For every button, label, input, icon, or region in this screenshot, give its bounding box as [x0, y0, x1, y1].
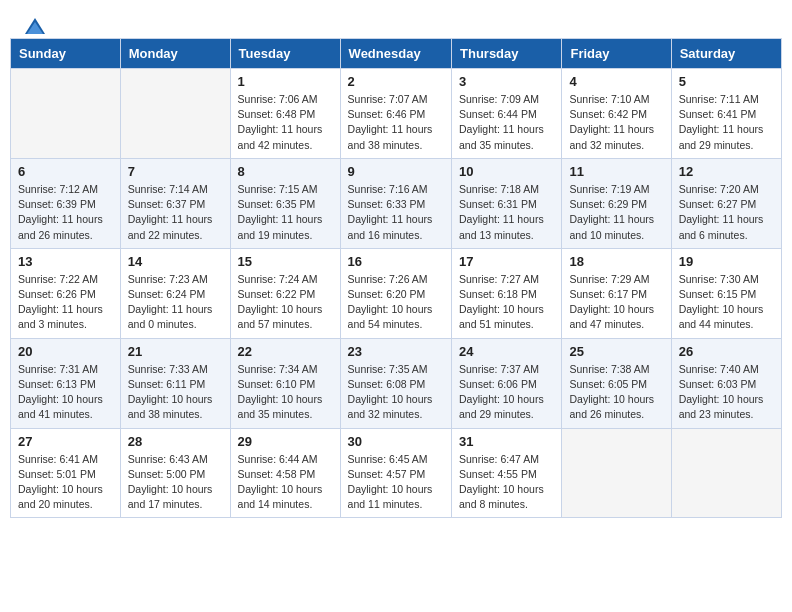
day-number: 27 — [18, 434, 113, 449]
day-number: 1 — [238, 74, 333, 89]
calendar-cell — [11, 69, 121, 159]
week-row-2: 13Sunrise: 7:22 AM Sunset: 6:26 PM Dayli… — [11, 248, 782, 338]
day-number: 19 — [679, 254, 774, 269]
calendar-table: SundayMondayTuesdayWednesdayThursdayFrid… — [10, 38, 782, 518]
calendar-cell — [562, 428, 671, 518]
day-number: 20 — [18, 344, 113, 359]
calendar-cell: 14Sunrise: 7:23 AM Sunset: 6:24 PM Dayli… — [120, 248, 230, 338]
calendar-body: 1Sunrise: 7:06 AM Sunset: 6:48 PM Daylig… — [11, 69, 782, 518]
day-number: 6 — [18, 164, 113, 179]
day-detail: Sunrise: 6:43 AM Sunset: 5:00 PM Dayligh… — [128, 452, 223, 513]
calendar-cell: 16Sunrise: 7:26 AM Sunset: 6:20 PM Dayli… — [340, 248, 451, 338]
day-detail: Sunrise: 7:35 AM Sunset: 6:08 PM Dayligh… — [348, 362, 444, 423]
calendar-cell: 24Sunrise: 7:37 AM Sunset: 6:06 PM Dayli… — [452, 338, 562, 428]
day-number: 7 — [128, 164, 223, 179]
day-header-sunday: Sunday — [11, 39, 121, 69]
calendar-cell: 4Sunrise: 7:10 AM Sunset: 6:42 PM Daylig… — [562, 69, 671, 159]
calendar-cell — [120, 69, 230, 159]
week-row-4: 27Sunrise: 6:41 AM Sunset: 5:01 PM Dayli… — [11, 428, 782, 518]
calendar-cell: 12Sunrise: 7:20 AM Sunset: 6:27 PM Dayli… — [671, 158, 781, 248]
calendar-cell: 2Sunrise: 7:07 AM Sunset: 6:46 PM Daylig… — [340, 69, 451, 159]
day-number: 31 — [459, 434, 554, 449]
day-number: 2 — [348, 74, 444, 89]
day-detail: Sunrise: 7:19 AM Sunset: 6:29 PM Dayligh… — [569, 182, 663, 243]
day-detail: Sunrise: 6:41 AM Sunset: 5:01 PM Dayligh… — [18, 452, 113, 513]
day-number: 15 — [238, 254, 333, 269]
day-detail: Sunrise: 7:26 AM Sunset: 6:20 PM Dayligh… — [348, 272, 444, 333]
calendar-cell: 20Sunrise: 7:31 AM Sunset: 6:13 PM Dayli… — [11, 338, 121, 428]
day-header-saturday: Saturday — [671, 39, 781, 69]
day-number: 10 — [459, 164, 554, 179]
calendar-cell: 15Sunrise: 7:24 AM Sunset: 6:22 PM Dayli… — [230, 248, 340, 338]
day-detail: Sunrise: 7:18 AM Sunset: 6:31 PM Dayligh… — [459, 182, 554, 243]
day-detail: Sunrise: 7:31 AM Sunset: 6:13 PM Dayligh… — [18, 362, 113, 423]
day-detail: Sunrise: 6:45 AM Sunset: 4:57 PM Dayligh… — [348, 452, 444, 513]
calendar-cell: 22Sunrise: 7:34 AM Sunset: 6:10 PM Dayli… — [230, 338, 340, 428]
day-number: 13 — [18, 254, 113, 269]
calendar-cell: 7Sunrise: 7:14 AM Sunset: 6:37 PM Daylig… — [120, 158, 230, 248]
logo — [24, 18, 46, 30]
day-number: 25 — [569, 344, 663, 359]
day-detail: Sunrise: 7:27 AM Sunset: 6:18 PM Dayligh… — [459, 272, 554, 333]
day-number: 3 — [459, 74, 554, 89]
day-number: 9 — [348, 164, 444, 179]
day-detail: Sunrise: 7:12 AM Sunset: 6:39 PM Dayligh… — [18, 182, 113, 243]
calendar-cell: 19Sunrise: 7:30 AM Sunset: 6:15 PM Dayli… — [671, 248, 781, 338]
calendar-cell: 30Sunrise: 6:45 AM Sunset: 4:57 PM Dayli… — [340, 428, 451, 518]
day-detail: Sunrise: 7:40 AM Sunset: 6:03 PM Dayligh… — [679, 362, 774, 423]
day-header-monday: Monday — [120, 39, 230, 69]
calendar-cell: 23Sunrise: 7:35 AM Sunset: 6:08 PM Dayli… — [340, 338, 451, 428]
calendar-cell: 6Sunrise: 7:12 AM Sunset: 6:39 PM Daylig… — [11, 158, 121, 248]
day-header-thursday: Thursday — [452, 39, 562, 69]
calendar-cell: 25Sunrise: 7:38 AM Sunset: 6:05 PM Dayli… — [562, 338, 671, 428]
day-detail: Sunrise: 7:10 AM Sunset: 6:42 PM Dayligh… — [569, 92, 663, 153]
day-number: 21 — [128, 344, 223, 359]
calendar-cell: 31Sunrise: 6:47 AM Sunset: 4:55 PM Dayli… — [452, 428, 562, 518]
day-detail: Sunrise: 7:34 AM Sunset: 6:10 PM Dayligh… — [238, 362, 333, 423]
week-row-0: 1Sunrise: 7:06 AM Sunset: 6:48 PM Daylig… — [11, 69, 782, 159]
logo-icon — [25, 18, 45, 34]
day-header-wednesday: Wednesday — [340, 39, 451, 69]
calendar-cell: 21Sunrise: 7:33 AM Sunset: 6:11 PM Dayli… — [120, 338, 230, 428]
day-detail: Sunrise: 7:29 AM Sunset: 6:17 PM Dayligh… — [569, 272, 663, 333]
day-detail: Sunrise: 7:33 AM Sunset: 6:11 PM Dayligh… — [128, 362, 223, 423]
day-number: 12 — [679, 164, 774, 179]
day-detail: Sunrise: 7:09 AM Sunset: 6:44 PM Dayligh… — [459, 92, 554, 153]
day-detail: Sunrise: 6:44 AM Sunset: 4:58 PM Dayligh… — [238, 452, 333, 513]
day-header-tuesday: Tuesday — [230, 39, 340, 69]
calendar-cell: 28Sunrise: 6:43 AM Sunset: 5:00 PM Dayli… — [120, 428, 230, 518]
calendar-cell: 29Sunrise: 6:44 AM Sunset: 4:58 PM Dayli… — [230, 428, 340, 518]
calendar-wrapper: SundayMondayTuesdayWednesdayThursdayFrid… — [0, 38, 792, 528]
calendar-cell: 18Sunrise: 7:29 AM Sunset: 6:17 PM Dayli… — [562, 248, 671, 338]
day-detail: Sunrise: 7:14 AM Sunset: 6:37 PM Dayligh… — [128, 182, 223, 243]
day-number: 5 — [679, 74, 774, 89]
calendar-header: SundayMondayTuesdayWednesdayThursdayFrid… — [11, 39, 782, 69]
calendar-cell: 26Sunrise: 7:40 AM Sunset: 6:03 PM Dayli… — [671, 338, 781, 428]
day-detail: Sunrise: 7:22 AM Sunset: 6:26 PM Dayligh… — [18, 272, 113, 333]
day-number: 28 — [128, 434, 223, 449]
header-row: SundayMondayTuesdayWednesdayThursdayFrid… — [11, 39, 782, 69]
day-detail: Sunrise: 7:16 AM Sunset: 6:33 PM Dayligh… — [348, 182, 444, 243]
day-number: 30 — [348, 434, 444, 449]
day-number: 4 — [569, 74, 663, 89]
day-detail: Sunrise: 7:06 AM Sunset: 6:48 PM Dayligh… — [238, 92, 333, 153]
calendar-cell: 3Sunrise: 7:09 AM Sunset: 6:44 PM Daylig… — [452, 69, 562, 159]
day-number: 26 — [679, 344, 774, 359]
calendar-cell: 1Sunrise: 7:06 AM Sunset: 6:48 PM Daylig… — [230, 69, 340, 159]
header — [0, 0, 792, 38]
calendar-cell: 10Sunrise: 7:18 AM Sunset: 6:31 PM Dayli… — [452, 158, 562, 248]
day-detail: Sunrise: 7:37 AM Sunset: 6:06 PM Dayligh… — [459, 362, 554, 423]
day-detail: Sunrise: 7:23 AM Sunset: 6:24 PM Dayligh… — [128, 272, 223, 333]
day-number: 22 — [238, 344, 333, 359]
day-number: 24 — [459, 344, 554, 359]
calendar-cell: 27Sunrise: 6:41 AM Sunset: 5:01 PM Dayli… — [11, 428, 121, 518]
calendar-cell: 9Sunrise: 7:16 AM Sunset: 6:33 PM Daylig… — [340, 158, 451, 248]
day-header-friday: Friday — [562, 39, 671, 69]
week-row-1: 6Sunrise: 7:12 AM Sunset: 6:39 PM Daylig… — [11, 158, 782, 248]
day-detail: Sunrise: 7:24 AM Sunset: 6:22 PM Dayligh… — [238, 272, 333, 333]
week-row-3: 20Sunrise: 7:31 AM Sunset: 6:13 PM Dayli… — [11, 338, 782, 428]
day-detail: Sunrise: 7:38 AM Sunset: 6:05 PM Dayligh… — [569, 362, 663, 423]
day-number: 18 — [569, 254, 663, 269]
day-detail: Sunrise: 7:07 AM Sunset: 6:46 PM Dayligh… — [348, 92, 444, 153]
calendar-cell: 13Sunrise: 7:22 AM Sunset: 6:26 PM Dayli… — [11, 248, 121, 338]
